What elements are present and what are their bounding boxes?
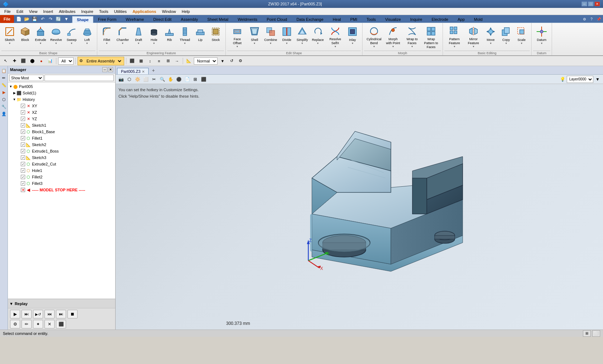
tree-item-solid1[interactable]: ▶ ⬛ Solid(1) — [8, 90, 115, 96]
tab-data-exchange[interactable]: Data Exchange — [292, 16, 328, 23]
toolbar-btn-5[interactable]: ● — [37, 57, 45, 65]
tree-item-sketch3[interactable]: ✓ 📐 Sketch3 — [8, 154, 115, 161]
tab-shape[interactable]: Shape — [72, 16, 93, 23]
view-btn-2[interactable]: ▦ — [137, 57, 145, 65]
tree-item-hole1[interactable]: ✓ ⬡ Hole1 — [8, 167, 115, 174]
replay-cancel-btn[interactable]: ✕ — [45, 320, 55, 328]
block-btn[interactable]: Block — [18, 24, 33, 49]
view-btn-3[interactable]: ↕ — [146, 57, 154, 65]
extrude-btn[interactable]: Extrude ▼ — [33, 24, 48, 49]
toggle-part005[interactable]: ▼ — [9, 85, 13, 88]
tree-item-model-stop[interactable]: ✕ ◀ ----- MODEL STOP HERE ----- — [8, 187, 115, 193]
menu-file[interactable]: File — [1, 9, 14, 14]
status-btn-2[interactable]: ⬜ — [592, 330, 600, 337]
menu-tools[interactable]: Tools — [96, 9, 111, 14]
revolve-btn[interactable]: Revolve ▼ — [48, 24, 64, 49]
vp-icon-wire[interactable]: ⬜ — [142, 76, 150, 83]
tab-electrode[interactable]: Electrode — [427, 16, 453, 23]
inlay-btn[interactable]: Inlay ▼ — [345, 24, 360, 49]
status-btn-1[interactable]: ⊞ — [583, 330, 591, 337]
left-icon-7[interactable]: 👤 — [1, 111, 7, 117]
toggle-solid1[interactable]: ▶ — [12, 91, 17, 95]
close-btn[interactable]: ✕ — [594, 1, 600, 6]
tree-item-extrude2-cut[interactable]: ✓ ⬡ Extrude2_Cut — [8, 161, 115, 167]
sweep-btn[interactable]: Sweep ▼ — [64, 24, 79, 49]
assembly-select[interactable]: Entire Assembly — [84, 57, 122, 65]
replay-step-fwd-btn[interactable]: ⏭ — [56, 310, 66, 318]
ribbon-pin-btn[interactable]: 📌 — [595, 15, 602, 23]
left-icon-2[interactable]: ✏ — [1, 75, 7, 81]
loft-btn[interactable]: Loft ▼ — [80, 24, 95, 49]
show-most-select[interactable]: Show Most — [9, 75, 43, 81]
tab-pmi[interactable]: PMI — [346, 16, 362, 23]
view-btn-4[interactable]: ≡ — [155, 57, 163, 65]
tab-tools[interactable]: Tools — [362, 16, 380, 23]
left-icon-6[interactable]: 🔧 — [1, 103, 7, 110]
tree-item-xy[interactable]: ✓ ✕ XY — [8, 103, 115, 109]
checkbox-xz[interactable]: ✓ — [21, 110, 25, 115]
menu-view[interactable]: View — [26, 9, 41, 14]
vp-icon-camera[interactable]: 📷 — [117, 76, 125, 83]
menu-help[interactable]: Help — [179, 9, 193, 14]
view-btn-6[interactable]: → — [173, 57, 181, 65]
tab-sheet-metal[interactable]: Sheet Metal — [202, 16, 233, 23]
filter-select[interactable]: All — [58, 57, 74, 65]
vp-icon-3d[interactable]: ⬡ — [125, 76, 133, 83]
left-icon-5[interactable]: ⬡ — [1, 96, 7, 103]
checkbox-sketch3[interactable]: ✓ — [21, 155, 25, 160]
vp-icon-grid[interactable]: ⊞ — [191, 76, 199, 83]
open-btn[interactable]: 📂 — [23, 15, 31, 23]
move-btn[interactable]: Move ▼ — [483, 24, 498, 49]
tree-item-xz[interactable]: ✓ ✕ XZ — [8, 109, 115, 116]
layer-select[interactable]: Layer0000 — [567, 76, 593, 83]
new-tab-btn[interactable]: + — [149, 66, 157, 74]
shell-btn[interactable]: Shell ▼ — [247, 24, 262, 49]
rib-btn[interactable]: Rib — [162, 24, 177, 49]
vp-icon-zoom[interactable]: 🔍 — [158, 76, 166, 83]
vp-icon-pan[interactable]: ✋ — [167, 76, 174, 83]
new-doc-btn[interactable]: 📄 — [15, 15, 23, 23]
left-icon-3[interactable]: 📏 — [1, 82, 7, 88]
copy-btn[interactable]: Copy ▼ — [499, 24, 514, 49]
menu-applications[interactable]: Applications — [130, 9, 159, 14]
wrap-pattern-to-faces-btn[interactable]: Wrap Pattern to Faces ▼ — [422, 24, 440, 49]
sketch-btn[interactable]: Sketch ▼ — [2, 24, 17, 49]
doc-tab-part005[interactable]: Part005.Z3 ✕ — [117, 68, 149, 74]
redo-btn[interactable]: ↷ — [47, 15, 54, 23]
tab-visualize[interactable]: Visualize — [380, 16, 406, 23]
tab-point-cloud[interactable]: Point Cloud — [262, 16, 292, 23]
vp-icon-shading[interactable]: 🔆 — [134, 76, 141, 83]
tree-item-sketch1[interactable]: ✓ 📐 Sketch1 — [8, 122, 115, 129]
checkbox-extrude1-boss[interactable]: ✓ — [21, 149, 25, 153]
divide-btn[interactable]: Divide ▼ — [279, 24, 294, 49]
pattern-feature-btn[interactable]: Pattern Feature ▼ — [445, 24, 464, 49]
toolbar-btn-4[interactable]: ⬤ — [28, 57, 36, 65]
checkbox-fillet2[interactable]: ✓ — [21, 175, 25, 179]
simplify-btn[interactable]: Simplify ▼ — [295, 24, 310, 49]
tree-item-extrude1-boss[interactable]: ✓ ⬡ Extrude1_Boss — [8, 148, 115, 154]
resolve-selfx-btn[interactable]: Resolve SelfX ▼ — [326, 24, 345, 49]
checkbox-model-stop[interactable]: ✕ — [21, 188, 25, 192]
checkbox-xy[interactable]: ✓ — [21, 104, 25, 108]
replay-settings-btn[interactable]: ⚙ — [10, 320, 20, 328]
replay-edit-btn[interactable]: ✏ — [22, 320, 32, 328]
tree-item-fillet2[interactable]: ✓ ⬡ Fillet2 — [8, 174, 115, 180]
customize-btn[interactable]: ⚙ — [581, 15, 588, 23]
minimize-btn[interactable]: ─ — [581, 1, 587, 6]
replay-play-btn[interactable]: ▶ — [10, 310, 20, 318]
replay-rewind-btn[interactable]: ⏹ — [67, 310, 78, 318]
tree-item-fillet1[interactable]: ✓ ⬡ Fillet1 — [8, 135, 115, 141]
checkbox-sketch2[interactable]: ✓ — [21, 143, 25, 147]
toolbar-btn-2[interactable]: ✚ — [10, 57, 18, 65]
left-icon-1[interactable]: 📋 — [1, 67, 7, 74]
replay-next-btn[interactable]: ⏭ — [22, 310, 32, 318]
menu-window[interactable]: Window — [159, 9, 179, 14]
toggle-history[interactable]: ▼ — [12, 98, 17, 101]
cylindrical-bend-btn[interactable]: Cylindrical Bend ▼ — [365, 24, 383, 49]
tab-inquire[interactable]: Inquire — [406, 16, 427, 23]
mirror-feature-btn[interactable]: Mirror Feature ▼ — [464, 24, 483, 49]
manager-search[interactable] — [45, 75, 114, 81]
viewport[interactable]: You can set the hotkey in Customize Sett… — [116, 84, 603, 330]
tab-assembly[interactable]: Assembly — [176, 16, 203, 23]
checkbox-extrude2-cut[interactable]: ✓ — [21, 162, 25, 166]
